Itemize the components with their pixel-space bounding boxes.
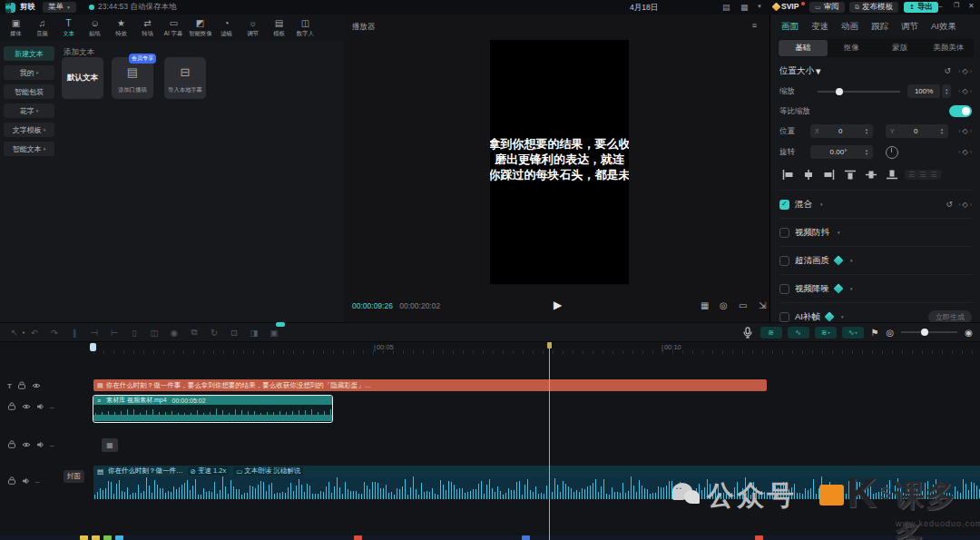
text-sidebar-item[interactable]: 文字模板 ▾: [4, 123, 54, 137]
default-text-card[interactable]: 默认文本: [62, 57, 103, 99]
timeline-tool[interactable]: ▯: [127, 325, 142, 339]
section-checkbox[interactable]: [779, 284, 789, 294]
text-sidebar-item[interactable]: 花字 ▾: [4, 103, 54, 118]
section-checkbox[interactable]: [779, 200, 789, 210]
effect-section-row[interactable]: 超清画质 ▾: [779, 246, 972, 274]
y-stepper[interactable]: ▲▼: [937, 124, 946, 138]
properties-tab[interactable]: 画面: [781, 21, 799, 33]
text-sidebar-item[interactable]: 智能文本 ▾: [4, 142, 54, 156]
media-toolbar-item[interactable]: ▭ AI 字幕: [161, 18, 187, 38]
focus-frame-icon[interactable]: ◎: [720, 300, 728, 310]
scale-stepper[interactable]: ▲▼: [942, 84, 951, 98]
properties-tab[interactable]: 变速: [811, 21, 828, 33]
section-checkbox[interactable]: [779, 228, 789, 238]
keyframe-control[interactable]: ‹◇›: [958, 67, 972, 75]
position-y-field[interactable]: Y 0 ▲▼: [886, 124, 948, 138]
align-center-h-icon[interactable]: [800, 168, 817, 182]
section-checkbox[interactable]: [779, 312, 789, 322]
text-sidebar-item[interactable]: 我的 ▾: [4, 65, 54, 80]
timeline-tool[interactable]: ↻: [207, 325, 221, 339]
text-clip[interactable]: ▤ 你在什么时刻？做一件事，要么拿到你想要的结果，要么收获你没想到的「隐藏彩蛋」…: [93, 379, 767, 391]
text-sidebar-item[interactable]: 新建文本: [4, 46, 54, 61]
fit-timeline-icon[interactable]: ◉: [965, 328, 973, 338]
media-toolbar-item[interactable]: ▣ 媒体: [3, 18, 29, 38]
align-top-icon[interactable]: [842, 168, 858, 182]
timeline-tool[interactable]: ↖ ▼: [7, 325, 22, 339]
zoom-knob[interactable]: [921, 329, 928, 336]
properties-subtab[interactable]: 美颜美体: [925, 40, 974, 56]
aspect-ratio-icon[interactable]: ▭: [739, 300, 747, 310]
device-laptop-icon[interactable]: ▤: [722, 3, 730, 12]
media-toolbar-item[interactable]: ☺ 贴纸: [82, 18, 108, 38]
properties-tab[interactable]: AI效果: [931, 21, 956, 33]
timeline-tool[interactable]: ◨: [247, 325, 261, 339]
timeline-start-marker[interactable]: [90, 343, 96, 351]
tracks-area[interactable]: ▤ 你在什么时刻？做一件事，要么拿到你想要的结果，要么收获你没想到的「隐藏彩蛋」…: [0, 354, 980, 540]
uniform-scale-toggle[interactable]: [949, 105, 972, 117]
media-toolbar-item[interactable]: ◫ 数字人: [292, 18, 318, 38]
taskbar-app-icon[interactable]: [354, 535, 362, 540]
scale-value[interactable]: 100%: [907, 84, 940, 98]
scale-slider[interactable]: [818, 91, 900, 93]
audio-clip[interactable]: ▤ 你在什么时刻？做一件… ⊘ 变速 1.2x ▭ 文本朗读 沉稳解说: [93, 466, 980, 499]
position-size-header[interactable]: 位置大小: [779, 65, 814, 77]
effect-section-row[interactable]: 视频防抖 ▾: [779, 218, 972, 246]
properties-tab[interactable]: 调节: [901, 21, 918, 33]
position-x-field[interactable]: X 0 ▲▼: [810, 124, 873, 138]
window-minimize-button[interactable]: –: [938, 2, 942, 10]
align-right-icon[interactable]: [821, 168, 838, 182]
preview-quality-icon[interactable]: ▦: [701, 300, 709, 310]
media-toolbar-item[interactable]: ◩ 智能抠像: [187, 18, 213, 38]
timeline-tool[interactable]: ◉: [167, 325, 181, 339]
media-toolbar-item[interactable]: ▤ 模板: [266, 18, 292, 38]
timeline-toggle[interactable]: ∿ ▾: [842, 327, 864, 339]
slider-knob[interactable]: [836, 88, 843, 95]
keyframe-control[interactable]: ‹◇›: [958, 201, 972, 209]
keyframe-control[interactable]: ‹◇›: [958, 148, 972, 156]
reset-icon[interactable]: ↺: [946, 200, 954, 209]
export-button[interactable]: ↥ 导出: [904, 2, 938, 13]
effect-section-row[interactable]: 混合 ▾ ↺ ‹◇›: [779, 190, 972, 218]
taskbar-app-icon[interactable]: [115, 535, 123, 540]
media-toolbar-item[interactable]: ★ 特效: [108, 18, 134, 38]
section-checkbox[interactable]: [779, 256, 789, 266]
media-toolbar-item[interactable]: ♫ 音频: [29, 18, 55, 38]
taskbar-app-icon[interactable]: [522, 535, 530, 540]
player-menu-icon[interactable]: ≡: [752, 21, 757, 30]
review-button[interactable]: ▭ 审阅: [809, 2, 845, 13]
keyframe-control[interactable]: ‹◇›: [958, 87, 972, 95]
keyframe-control[interactable]: ‹◇›: [958, 127, 972, 135]
taskbar-app-icon[interactable]: [80, 535, 88, 540]
filmstrip-mini-clip[interactable]: ▦: [102, 438, 118, 452]
device-chevron-icon[interactable]: ▼: [757, 4, 762, 9]
reset-icon[interactable]: ↺: [945, 66, 952, 75]
media-toolbar-item[interactable]: ⇄ 转场: [134, 18, 161, 38]
timeline-tool[interactable]: ↶: [27, 325, 42, 339]
timeline-tool[interactable]: ▣: [267, 325, 281, 339]
timeline-toggle[interactable]: ≋: [760, 327, 782, 339]
svip-badge[interactable]: SVIP: [773, 2, 805, 11]
taskbar-app-icon[interactable]: [755, 535, 763, 540]
cover-flag-icon[interactable]: ⚑: [871, 328, 879, 338]
properties-tab[interactable]: 动画: [841, 21, 858, 33]
taskbar-app-icon[interactable]: [103, 535, 112, 540]
video-clip-selected[interactable]: ≡ 素材库 视频素材.mp4 00:00:05:02: [93, 395, 333, 423]
timeline-tool[interactable]: ∥: [67, 325, 82, 339]
distribute-grid-icon[interactable]: ☰: [930, 171, 936, 179]
timeline-tool[interactable]: ⊡: [227, 325, 241, 339]
align-left-icon[interactable]: [779, 168, 796, 182]
add-script-card[interactable]: 会员专享 ▤ 添加口播稿: [112, 57, 153, 99]
menu-button[interactable]: 菜单 ▼: [43, 2, 76, 13]
rotate-dial[interactable]: [886, 146, 898, 159]
device-monitor-icon[interactable]: ▦: [740, 3, 749, 12]
timeline-toggle[interactable]: ≋ ▾: [815, 327, 837, 339]
record-voiceover-icon[interactable]: [742, 327, 753, 339]
rotate-field[interactable]: 0.00° ▲▼: [810, 145, 873, 159]
align-middle-v-icon[interactable]: [863, 168, 879, 182]
properties-subtab[interactable]: 基础: [779, 40, 828, 56]
playhead[interactable]: [549, 342, 550, 540]
effect-section-row[interactable]: 视频降噪 ▾: [779, 274, 972, 302]
play-button[interactable]: ▶: [554, 299, 562, 311]
timeline-tool[interactable]: ◫: [147, 325, 162, 339]
timeline-tool[interactable]: ⊣: [87, 325, 102, 339]
